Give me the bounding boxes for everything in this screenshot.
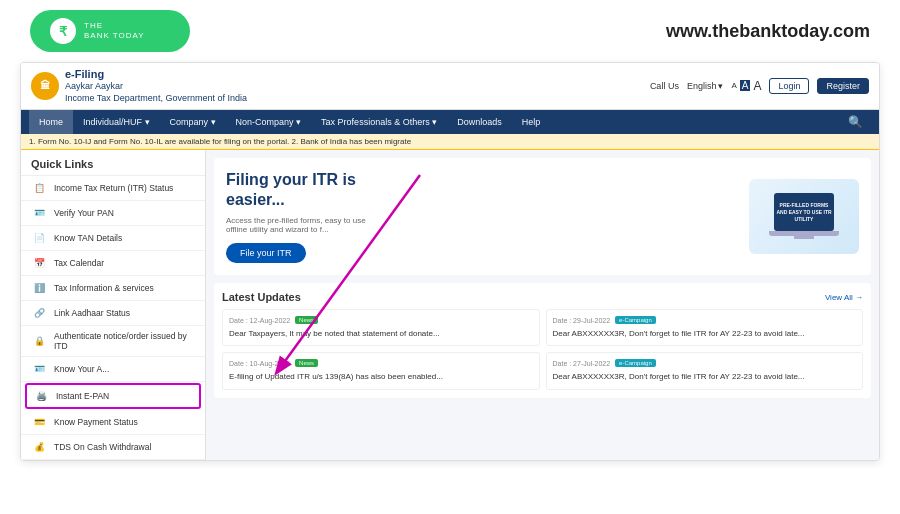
ql-authenticate[interactable]: 🔒 Authenticate notice/order issued by IT… [21, 326, 205, 357]
update-meta-2: Date : 29-Jul-2022 e-Campaign [553, 316, 857, 324]
update-card-3: Date : 10-Aug-2022 News E-filing of Upda… [222, 352, 540, 389]
badge-news-3: News [295, 359, 318, 367]
calendar-icon: 📅 [31, 256, 47, 270]
nav-taxpro[interactable]: Tax Professionals & Others ▾ [311, 110, 447, 134]
body-content: Quick Links 📋 Income Tax Return (ITR) St… [21, 150, 879, 460]
logo-text: THE BANK TODAY [84, 21, 145, 40]
nav-individual[interactable]: Individual/HUF ▾ [73, 110, 160, 134]
top-bar: ₹ THE BANK TODAY www.thebanktoday.com [0, 0, 900, 62]
main-nav: Home Individual/HUF ▾ Company ▾ Non-Comp… [21, 110, 879, 134]
efiling-logo: 🏛 e-Filing Aaykar Aaykar Income Tax Depa… [31, 67, 247, 105]
ql-verify-pan[interactable]: 🪪 Verify Your PAN [21, 201, 205, 226]
filing-description: Access the pre-filled forms, easy to use… [226, 216, 386, 234]
payment-icon: 💳 [31, 415, 47, 429]
font-small[interactable]: A [731, 81, 736, 90]
update-text-2: Dear ABXXXXXX3R, Don't forget to file IT… [553, 328, 857, 339]
nav-noncompany[interactable]: Non-Company ▾ [226, 110, 312, 134]
language-selector[interactable]: English ▾ [687, 81, 724, 91]
update-meta-1: Date : 12-Aug-2022 News [229, 316, 533, 324]
ql-instant-epan[interactable]: 🖨️ Instant E-PAN [25, 383, 201, 409]
ql-know-tan[interactable]: 📄 Know TAN Details [21, 226, 205, 251]
register-button[interactable]: Register [817, 78, 869, 94]
update-meta-4: Date : 27-Jul-2022 e-Campaign [553, 359, 857, 367]
itr-status-icon: 📋 [31, 181, 47, 195]
font-large[interactable]: A [753, 79, 761, 93]
update-text-4: Dear ABXXXXXX3R, Don't forget to file IT… [553, 371, 857, 382]
website-url: www.thebanktoday.com [666, 21, 870, 42]
laptop-screen-text: PRE-FILLED FORMS AND EASY TO USE ITR UTI… [774, 200, 834, 225]
topnav-right: Call Us English ▾ A A A Login Register [650, 78, 869, 94]
latest-header: Latest Updates View All → [222, 291, 863, 303]
nav-downloads[interactable]: Downloads [447, 110, 512, 134]
ql-tax-calendar[interactable]: 📅 Tax Calendar [21, 251, 205, 276]
file-itr-button[interactable]: File your ITR [226, 243, 306, 263]
govt-emblem: 🏛 [31, 72, 59, 100]
view-all-link[interactable]: View All → [825, 293, 863, 302]
filing-image: PRE-FILLED FORMS AND EASY TO USE ITR UTI… [749, 179, 859, 254]
quick-links-title: Quick Links [21, 150, 205, 176]
updates-grid: Date : 12-Aug-2022 News Dear Taxpayers, … [222, 309, 863, 389]
nav-home[interactable]: Home [29, 110, 73, 134]
update-text-1: Dear Taxpayers, It may be noted that sta… [229, 328, 533, 339]
tan-icon: 📄 [31, 231, 47, 245]
nav-help[interactable]: Help [512, 110, 551, 134]
epan-icon: 🖨️ [33, 389, 49, 403]
call-us-link[interactable]: Call Us [650, 81, 679, 91]
latest-section: Latest Updates View All → Date : 12-Aug-… [214, 283, 871, 397]
font-controls: A A A [731, 79, 761, 93]
browser-box: 🏛 e-Filing Aaykar Aaykar Income Tax Depa… [20, 62, 880, 461]
badge-campaign-4: e-Campaign [615, 359, 656, 367]
aadhaar-icon: 🔗 [31, 306, 47, 320]
verify-pan-icon: 🪪 [31, 206, 47, 220]
latest-title: Latest Updates [222, 291, 301, 303]
ql-payment-status[interactable]: 💳 Know Payment Status [21, 410, 205, 435]
update-card-4: Date : 27-Jul-2022 e-Campaign Dear ABXXX… [546, 352, 864, 389]
logo-pill: ₹ THE BANK TODAY [30, 10, 190, 52]
ql-itr-status[interactable]: 📋 Income Tax Return (ITR) Status [21, 176, 205, 201]
login-button[interactable]: Login [769, 78, 809, 94]
laptop-shape: PRE-FILLED FORMS AND EASY TO USE ITR UTI… [769, 193, 839, 239]
laptop-stand [794, 236, 814, 239]
filing-section: Filing your ITR is easier... Access the … [214, 158, 871, 276]
nav-company[interactable]: Company ▾ [160, 110, 226, 134]
ql-tds-cash[interactable]: 💰 TDS On Cash Withdrawal [21, 435, 205, 460]
update-card-1: Date : 12-Aug-2022 News Dear Taxpayers, … [222, 309, 540, 346]
ql-link-aadhaar[interactable]: 🔗 Link Aadhaar Status [21, 301, 205, 326]
font-med[interactable]: A [740, 80, 751, 91]
ql-tax-info[interactable]: ℹ️ Tax Information & services [21, 276, 205, 301]
know-icon: 🪪 [31, 362, 47, 376]
tds-icon: 💰 [31, 440, 47, 454]
ticker-bar: 1. Form No. 10-IJ and Form No. 10-IL are… [21, 134, 879, 150]
update-meta-3: Date : 10-Aug-2022 News [229, 359, 533, 367]
update-card-2: Date : 29-Jul-2022 e-Campaign Dear ABXXX… [546, 309, 864, 346]
ql-know-aadhar[interactable]: 🪪 Know Your A... [21, 357, 205, 382]
rupee-icon: ₹ [50, 18, 76, 44]
badge-news-1: News [295, 316, 318, 324]
tax-info-icon: ℹ️ [31, 281, 47, 295]
badge-campaign-2: e-Campaign [615, 316, 656, 324]
laptop-screen: PRE-FILLED FORMS AND EASY TO USE ITR UTI… [774, 193, 834, 231]
main-area: Filing your ITR is easier... Access the … [206, 150, 879, 460]
update-text-3: E-filing of Updated ITR u/s 139(8A) has … [229, 371, 533, 382]
filing-heading: Filing your ITR is easier... [226, 170, 386, 212]
filing-text: Filing your ITR is easier... Access the … [226, 170, 386, 264]
search-icon[interactable]: 🔍 [840, 110, 871, 134]
efiling-logo-text: e-Filing Aaykar Aaykar Income Tax Depart… [65, 67, 247, 105]
efiling-topnav: 🏛 e-Filing Aaykar Aaykar Income Tax Depa… [21, 63, 879, 110]
auth-icon: 🔒 [31, 334, 47, 348]
quick-links-sidebar: Quick Links 📋 Income Tax Return (ITR) St… [21, 150, 206, 460]
